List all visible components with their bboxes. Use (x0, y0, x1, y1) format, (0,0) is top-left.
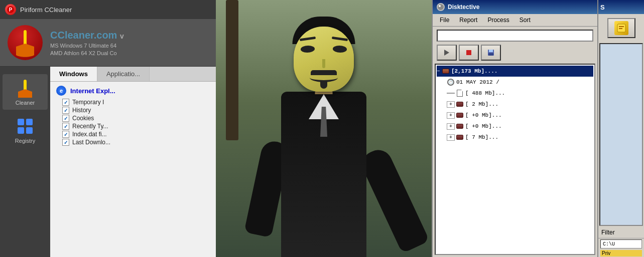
check-label-last-download: Last Downlo... (72, 139, 110, 146)
svg-text:P: P (9, 7, 13, 13)
check-label-recently-typed: Recently Ty... (72, 123, 108, 130)
disk-icon-5 (456, 122, 464, 130)
menu-file[interactable]: File (435, 15, 454, 25)
disktective-window: Disktective File Report Process Sort (432, 0, 597, 257)
registry-nav-label: Registry (15, 138, 35, 144)
check-item-last-download: Last Downlo... (62, 139, 210, 146)
disktective-title-text: Disktective (448, 4, 479, 11)
registry-nav-icon (15, 116, 35, 136)
ccleaner-sys-info-1: MS Windows 7 Ultimate 64 (50, 43, 124, 49)
ccleaner-logo (8, 25, 43, 60)
disk-icon-4 (456, 111, 464, 119)
ccleaner-main: Windows Applicatio... e Internet Expl...… (50, 67, 216, 257)
play-button[interactable] (437, 45, 457, 61)
right-toolbar-btn-1[interactable] (607, 18, 635, 38)
check-item-cookies: Cookies (62, 115, 210, 122)
disktective-toolbar (433, 27, 597, 64)
svg-rect-21 (619, 28, 622, 29)
ie-section-header: e Internet Expl... (50, 82, 216, 98)
check-label-history: History (72, 107, 91, 114)
checkbox-recently-typed[interactable] (62, 123, 69, 130)
tree-label-0mb-1: [ +0 Mb]... (465, 112, 502, 118)
clock-icon-1: 🕐 (447, 78, 455, 86)
tree-row-0mb-1[interactable]: + [ +0 Mb]... (437, 110, 593, 121)
svg-rect-11 (26, 127, 33, 134)
cleaner-nav-icon (15, 78, 35, 98)
tree-label-2mb: [ 2 Mb]... (465, 101, 498, 107)
tree-row-488[interactable]: [ 488 Mb]... (437, 88, 593, 99)
ccleaner-titlebar: P Piriform CCleaner (0, 0, 216, 19)
disk-tree: − [2,173 Mb].... 🕐 01 MAY 2012 / [ 488 M… (435, 64, 595, 255)
svg-rect-20 (619, 26, 624, 27)
checkbox-temporary[interactable] (62, 99, 69, 106)
stop-button[interactable] (459, 45, 479, 61)
svg-rect-10 (18, 127, 24, 134)
tab-applications[interactable]: Applicatio... (97, 67, 150, 81)
left-brow (300, 37, 316, 41)
right-titlebar: S (598, 0, 644, 14)
right-title-char: S (600, 4, 605, 11)
svg-rect-9 (26, 119, 33, 125)
tree-label-root: [2,173 Mb].... (451, 68, 497, 74)
ccleaner-window: P Piriform CCleaner CCleaner.com v MS Wi… (0, 0, 216, 257)
svg-point-12 (438, 4, 444, 10)
tree-label-date: 01 MAY 2012 / (456, 79, 499, 85)
tree-row-0mb-2[interactable]: + [ +0 Mb]... (437, 121, 593, 132)
save-button[interactable] (481, 45, 501, 61)
right-brow (332, 37, 348, 41)
menu-sort[interactable]: Sort (514, 15, 536, 25)
disktective-menubar: File Report Process Sort (433, 14, 597, 27)
tree-row-7mb[interactable]: + [ 7 Mb]... (437, 132, 593, 143)
svg-marker-14 (444, 50, 449, 56)
check-label-temporary: Temporary I (72, 99, 104, 106)
right-content-area (599, 43, 643, 226)
ie-section-title: Internet Expl... (70, 87, 115, 95)
menu-report[interactable]: Report (454, 15, 482, 25)
figure (259, 17, 389, 257)
ccleaner-header-text: CCleaner.com v MS Windows 7 Ultimate 64 … (50, 30, 124, 56)
photo-panel (216, 0, 432, 257)
filter-text: Filter (601, 229, 615, 236)
ccleaner-brand: CCleaner.com v (50, 30, 124, 41)
checkbox-index-dat[interactable] (62, 131, 69, 138)
address-bar[interactable] (437, 30, 593, 42)
tree-row-root[interactable]: − [2,173 Mb].... (437, 66, 593, 77)
check-item-temporary: Temporary I (62, 99, 210, 106)
checkbox-history[interactable] (62, 107, 69, 114)
disktective-titlebar: Disktective (433, 0, 597, 14)
checkbox-last-download[interactable] (62, 139, 69, 146)
ccleaner-header: CCleaner.com v MS Windows 7 Ultimate 64 … (0, 19, 216, 67)
nav-item-registry[interactable]: Registry (3, 112, 48, 148)
nav-item-cleaner[interactable]: Cleaner (3, 74, 48, 110)
tree-label-7mb: [ 7 Mb]... (465, 134, 498, 140)
filter-label: Filter (598, 227, 644, 238)
menu-process[interactable]: Process (482, 15, 514, 25)
gold-icon-1 (614, 21, 628, 35)
path-display: C:\U (600, 239, 642, 248)
tabs-row: Windows Applicatio... (50, 67, 216, 82)
tree-label-0mb-2: [ +0 Mb]... (465, 123, 502, 129)
ccleaner-title-text: Piriform CCleaner (20, 6, 72, 14)
cleaner-nav-label: Cleaner (16, 100, 35, 106)
check-item-recently-typed: Recently Ty... (62, 123, 210, 130)
check-item-history: History (62, 107, 210, 114)
svg-rect-15 (466, 50, 471, 55)
checkbox-cookies[interactable] (62, 115, 69, 122)
tree-row-date[interactable]: 🕐 01 MAY 2012 / (437, 77, 593, 88)
tree-row-2mb[interactable]: + [ 2 Mb]... (437, 99, 593, 110)
path-text: C:\U (603, 241, 615, 247)
tree-label-488: [ 488 Mb]... (465, 90, 505, 96)
svg-rect-17 (489, 50, 493, 52)
head (291, 17, 356, 92)
disk-icon-6 (456, 133, 464, 141)
disk-icon-0 (442, 67, 450, 75)
svg-point-13 (439, 5, 441, 7)
check-label-index-dat: Index.dat fi... (72, 131, 107, 138)
ie-checklist: Temporary I History Cookies Recently Ty.… (50, 98, 216, 147)
nose (322, 59, 325, 68)
svg-rect-8 (18, 119, 24, 125)
right-partial-window: S Filter C:\U Priv (597, 0, 644, 257)
tab-windows[interactable]: Windows (50, 67, 97, 81)
ie-icon: e (56, 86, 66, 96)
disktective-title-icon (437, 3, 445, 11)
